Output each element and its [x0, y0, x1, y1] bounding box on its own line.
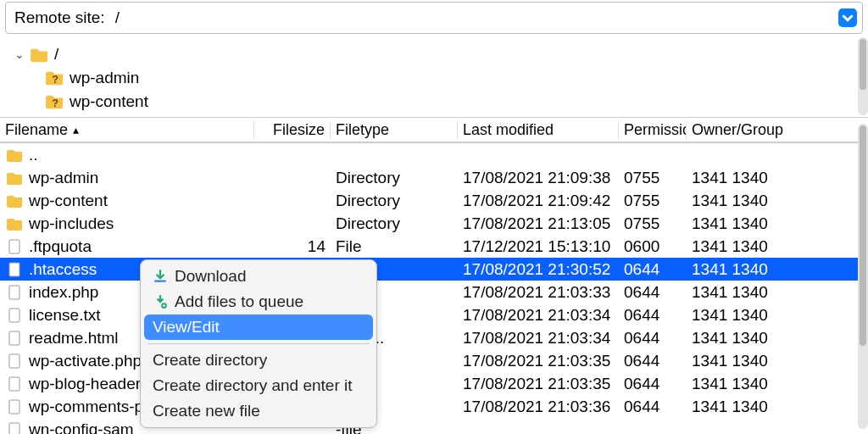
tree-root-label: / — [54, 45, 58, 64]
col-filename[interactable]: Filename ▴ — [0, 121, 254, 139]
table-row[interactable]: wp-adminDirectory17/08/2021 21:09:380755… — [0, 166, 868, 189]
list-scrollbar[interactable] — [858, 124, 868, 429]
file-icon — [7, 398, 24, 415]
file-name: .ftpquota — [29, 237, 92, 256]
cell-ownergroup: 1341 1340 — [687, 375, 805, 393]
ctx-view-edit[interactable]: View/Edit — [144, 314, 373, 340]
file-list-header: Filename ▴ Filesize Filetype Last modifi… — [0, 118, 868, 143]
file-icon — [7, 261, 24, 278]
cell-filetype: File — [331, 237, 458, 256]
file-icon — [7, 284, 24, 301]
remote-site-dropdown-button[interactable] — [838, 8, 857, 27]
cell-ownergroup: 1341 1340 — [687, 306, 805, 325]
tree-child-row[interactable]: ? wp-admin — [12, 66, 868, 90]
directory-tree: ⌄ / ? wp-admin ? wp-content — [0, 37, 868, 118]
table-row[interactable]: wn-config-sam-file — [0, 418, 868, 434]
cell-lastmodified: 17/08/2021 21:09:38 — [458, 169, 619, 187]
cell-ownergroup: 1341 1340 — [687, 283, 805, 302]
remote-site-input[interactable] — [112, 3, 838, 33]
file-name: wp-blog-header. — [29, 375, 144, 393]
tree-scrollbar[interactable] — [858, 37, 868, 115]
svg-rect-9 — [9, 400, 19, 414]
remote-site-label: Remote site: — [6, 8, 112, 27]
unknown-folder-icon: ? — [46, 93, 64, 110]
svg-rect-5 — [9, 309, 19, 322]
file-name: wp-content — [29, 192, 108, 210]
cell-permissions: 0644 — [619, 398, 687, 416]
expander-icon[interactable]: ⌄ — [12, 47, 27, 61]
cell-lastmodified: 17/08/2021 21:03:34 — [458, 329, 619, 348]
cell-permissions: 0644 — [619, 306, 687, 325]
svg-text:?: ? — [52, 97, 58, 109]
table-row[interactable]: .. — [0, 143, 868, 166]
col-lastmodified[interactable]: Last modified — [458, 121, 619, 139]
col-filesize[interactable]: Filesize — [254, 121, 331, 139]
table-row[interactable]: index.php-file17/08/2021 21:03:330644134… — [0, 281, 868, 303]
queue-icon — [153, 294, 168, 309]
file-list: ..wp-adminDirectory17/08/2021 21:09:3807… — [0, 143, 868, 434]
file-icon — [7, 330, 24, 347]
file-icon — [7, 307, 24, 324]
cell-permissions: 0755 — [619, 169, 687, 187]
file-icon — [7, 421, 24, 435]
folder-icon — [7, 170, 24, 186]
cell-ownergroup: 1341 1340 — [687, 237, 805, 256]
sort-asc-icon: ▴ — [73, 123, 79, 136]
folder-icon — [7, 147, 24, 164]
download-icon — [153, 269, 168, 284]
context-menu: Download Add files to queue View/Edit Cr… — [140, 259, 377, 428]
table-row[interactable]: .ftpquota14File17/12/2021 15:13:10060013… — [0, 235, 868, 258]
cell-permissions: 0644 — [619, 260, 687, 279]
file-name: index.php — [29, 283, 98, 302]
file-name: wp-comments-p — [29, 398, 143, 416]
table-row[interactable]: readme.htmlIL do...17/08/2021 21:03:3406… — [0, 326, 868, 349]
cell-lastmodified: 17/08/2021 21:03:36 — [458, 398, 619, 416]
table-row[interactable]: wp-contentDirectory17/08/2021 21:09:4207… — [0, 189, 868, 212]
cell-ownergroup: 1341 1340 — [687, 352, 805, 370]
file-name: license.txt — [29, 306, 100, 325]
cell-lastmodified: 17/08/2021 21:03:34 — [458, 306, 619, 325]
ctx-separator — [147, 343, 370, 344]
cell-lastmodified: 17/08/2021 21:09:42 — [458, 192, 619, 210]
svg-rect-2 — [9, 240, 19, 253]
cell-permissions: 0600 — [619, 237, 687, 256]
svg-rect-4 — [9, 286, 19, 299]
cell-filetype: Directory — [331, 169, 458, 187]
file-name: wp-admin — [29, 169, 98, 187]
file-name: readme.html — [29, 329, 119, 348]
table-row[interactable]: wp-includesDirectory17/08/2021 21:13:050… — [0, 212, 868, 235]
col-permissions[interactable]: Permissio — [619, 121, 687, 139]
file-name: .htaccess — [29, 260, 97, 279]
ctx-add-to-queue[interactable]: Add files to queue — [141, 289, 376, 314]
ctx-download[interactable]: Download — [141, 264, 376, 289]
cell-lastmodified: 17/08/2021 21:13:05 — [458, 214, 619, 233]
tree-root-row[interactable]: ⌄ / — [12, 42, 868, 66]
cell-filename: wp-content — [0, 192, 254, 210]
svg-rect-7 — [9, 354, 19, 368]
table-row[interactable]: wp-blog-header.-file17/08/2021 21:03:350… — [0, 372, 868, 395]
table-row[interactable]: wp-comments-p-file17/08/2021 21:03:36064… — [0, 395, 868, 418]
cell-ownergroup: 1341 1340 — [687, 260, 805, 279]
cell-permissions: 0644 — [619, 329, 687, 348]
cell-ownergroup: 1341 1340 — [687, 192, 805, 210]
cell-filesize: 14 — [254, 237, 331, 256]
ctx-create-directory[interactable]: Create directory — [141, 348, 376, 373]
chevron-down-icon — [842, 12, 854, 24]
cell-filetype: Directory — [331, 214, 458, 233]
col-ownergroup[interactable]: Owner/Group — [687, 121, 805, 139]
col-filetype[interactable]: Filetype — [331, 121, 458, 139]
tree-child-label: wp-admin — [70, 69, 139, 87]
svg-rect-8 — [9, 377, 19, 391]
table-row[interactable]: license.txtile17/08/2021 21:03:340644134… — [0, 303, 868, 326]
file-icon — [7, 353, 24, 370]
file-name: wn-config-sam — [29, 420, 134, 435]
table-row[interactable]: wp-activate.php-file17/08/2021 21:03:350… — [0, 349, 868, 372]
cell-lastmodified: 17/08/2021 21:03:35 — [458, 352, 619, 370]
ctx-create-directory-enter[interactable]: Create directory and enter it — [141, 373, 376, 398]
cell-lastmodified: 17/08/2021 21:30:52 — [458, 260, 619, 279]
cell-lastmodified: 17/12/2021 15:13:10 — [458, 237, 619, 256]
ctx-create-file[interactable]: Create new file — [141, 398, 376, 424]
cell-ownergroup: 1341 1340 — [687, 169, 805, 187]
table-row[interactable]: .htaccess17/08/2021 21:30:5206441341 134… — [0, 258, 868, 281]
tree-child-row[interactable]: ? wp-content — [12, 90, 868, 114]
